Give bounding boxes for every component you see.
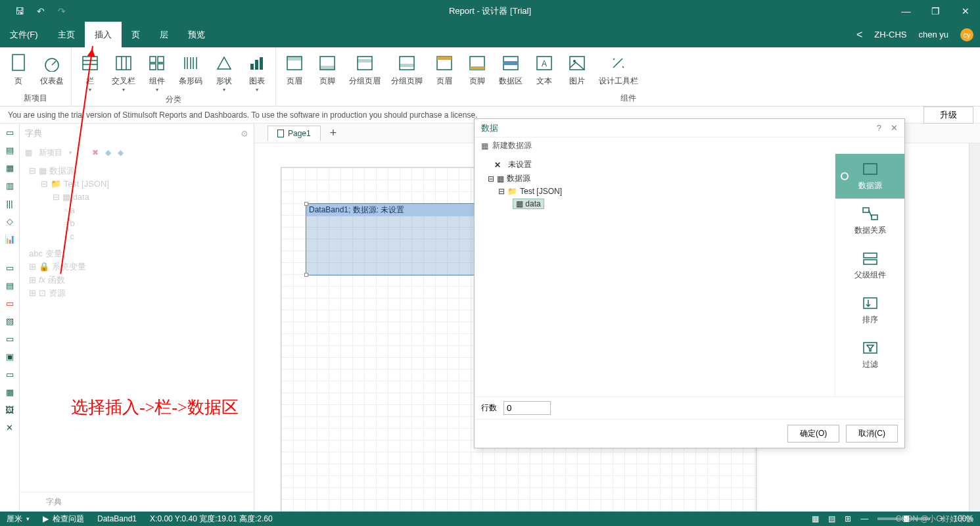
strip-icon[interactable]: ▦ (3, 386, 16, 398)
strip-icon[interactable]: ▭ (3, 126, 16, 138)
svg-text:A: A (542, 59, 547, 68)
data-band[interactable]: DataBand1; 数据源: 未设置 (306, 203, 493, 275)
menu-bar: 文件(F) 主页 插入 页 层 预览 < ZH-CHS chen yu cy (0, 22, 980, 47)
strip-icon[interactable]: 📊 (3, 233, 16, 245)
sidetab-parent[interactable]: 父级组件 (835, 243, 904, 288)
dict-down-icon[interactable]: ◆ (118, 148, 124, 157)
strip-icon[interactable]: ▭ (3, 297, 16, 309)
strip-icon[interactable]: ▦ (3, 162, 16, 174)
selected-data-node[interactable]: ▦ data (513, 199, 544, 209)
strip-icon[interactable]: ▥ (3, 179, 16, 191)
new-datasource-icon[interactable]: ▦ (481, 141, 488, 151)
ribbon-group-category: 栏▾ 交叉栏▾ 组件▾ 条形码 形状▾ 图表▾ 分类 (72, 47, 276, 106)
ribbon-crossband[interactable]: 交叉栏▾ (106, 49, 141, 93)
svg-rect-25 (320, 66, 335, 70)
window-title: Report - 设计器 [Trial] (449, 5, 531, 17)
close-button[interactable]: ✕ (950, 6, 980, 16)
sidetab-sort[interactable]: 排序 (835, 288, 904, 333)
strip-icon[interactable]: ◇ (3, 215, 16, 227)
unit-selector[interactable]: 厘米 ▾ (7, 514, 30, 525)
dict-tree[interactable]: ⊟ ▦ 数据源 ⊟ 📁 Test [JSON] ⊟ ▦ data ▫ a ▫ b… (20, 162, 254, 492)
dict-delete-icon[interactable]: ✖ (92, 148, 99, 157)
svg-rect-26 (358, 57, 372, 70)
strip-icon[interactable]: ▭ (3, 333, 16, 345)
avatar[interactable]: cy (960, 28, 973, 41)
strip-icon[interactable]: ▭ (3, 262, 16, 274)
dict-up-icon[interactable]: ◆ (105, 148, 111, 157)
component-icon (147, 53, 167, 73)
svg-rect-44 (864, 253, 877, 258)
ribbon-image[interactable]: 图片 (561, 49, 594, 91)
dict-new-item[interactable]: 新项目 (39, 147, 62, 158)
menu-insert[interactable]: 插入 (85, 22, 122, 47)
ribbon-pageheader[interactable]: 页眉 (278, 49, 311, 91)
sidetab-relation[interactable]: 数据关系 (835, 199, 904, 243)
sidetab-datasource[interactable]: 数据源 (835, 154, 904, 199)
status-icon[interactable]: ⊞ (845, 514, 851, 523)
strip-icon[interactable]: ▧ (3, 315, 16, 327)
svg-rect-28 (400, 57, 414, 70)
ribbon-databand[interactable]: 数据区 (494, 49, 528, 91)
strip-icon[interactable]: 🖼 (3, 404, 16, 416)
svg-marker-18 (218, 57, 231, 69)
dialog-help-icon[interactable]: ? (877, 123, 881, 133)
rows-label: 行数 (481, 402, 497, 414)
new-datasource-button[interactable]: 新建数据源 (492, 140, 532, 151)
dict-add-icon[interactable]: ▦ (25, 148, 32, 157)
share-icon[interactable]: < (856, 29, 862, 41)
ribbon-page[interactable]: 页 (2, 49, 35, 91)
redo-icon[interactable]: ↷ (55, 6, 68, 16)
title-bar: 🖫 ↶ ↷ Report - 设计器 [Trial] — ❐ ✕ (0, 0, 980, 22)
pagefooter-icon (317, 53, 337, 73)
strip-icon[interactable]: ▤ (3, 279, 16, 291)
save-icon[interactable]: 🖫 (13, 6, 26, 16)
svg-line-2 (52, 61, 56, 65)
minimize-button[interactable]: — (891, 6, 921, 16)
page-tab[interactable]: Page1 (268, 126, 321, 141)
menu-preview[interactable]: 预览 (178, 22, 215, 47)
language-selector[interactable]: ZH-CHS (874, 30, 906, 39)
ribbon-chart[interactable]: 图表▾ (241, 49, 273, 93)
upgrade-button[interactable]: 升级 (923, 107, 973, 124)
annotation-text: 选择插入->栏->数据区 (71, 396, 239, 419)
cancel-button[interactable]: 取消(C) (846, 425, 898, 442)
strip-icon[interactable]: ▭ (3, 368, 16, 380)
ribbon-colfooter[interactable]: 页脚 (461, 49, 494, 91)
ribbon-dashboard[interactable]: 仪表盘 (35, 49, 69, 91)
dict-bottom-tab[interactable]: 字典 (20, 492, 254, 512)
ribbon-barcode[interactable]: 条形码 (174, 49, 208, 93)
strip-icon[interactable]: ✕ (3, 421, 16, 433)
maximize-button[interactable]: ❐ (921, 6, 950, 16)
menu-page[interactable]: 页 (122, 22, 150, 47)
ribbon-groupheader[interactable]: 分组页眉 (344, 49, 386, 91)
ribbon-text[interactable]: A文本 (528, 49, 561, 91)
status-icon[interactable]: ▤ (828, 514, 835, 523)
ribbon-designtools[interactable]: 设计工具栏 (594, 49, 643, 91)
ok-button[interactable]: 确定(O) (787, 425, 839, 442)
strip-icon[interactable]: ||| (3, 197, 16, 209)
svg-rect-46 (864, 298, 877, 308)
add-page-button[interactable]: + (325, 126, 342, 140)
gear-icon[interactable]: ⚙ (241, 129, 248, 139)
rows-input[interactable] (503, 401, 551, 415)
undo-icon[interactable]: ↶ (34, 6, 47, 16)
menu-file[interactable]: 文件(F) (0, 22, 48, 47)
menu-layer[interactable]: 层 (150, 22, 178, 47)
ribbon-shape[interactable]: 形状▾ (208, 49, 241, 93)
ribbon-colheader[interactable]: 页眉 (428, 49, 461, 91)
strip-icon[interactable]: ▤ (3, 144, 16, 156)
check-issues[interactable]: ▶ 检查问题 (43, 514, 84, 525)
strip-icon[interactable]: ▣ (3, 350, 16, 362)
dialog-tree[interactable]: ✕ 未设置 ⊟ ▦ 数据源 ⊟ 📁 Test [JSON] ▦ data (475, 154, 835, 396)
zoom-out-button[interactable]: — (860, 514, 868, 523)
dashboard-icon (42, 53, 62, 73)
sidetab-filter[interactable]: 过滤 (835, 333, 904, 377)
ribbon-component[interactable]: 组件▾ (141, 49, 174, 93)
dialog-close-icon[interactable]: ✕ (891, 123, 898, 133)
svg-rect-12 (158, 64, 164, 70)
ribbon-pagefooter[interactable]: 页脚 (311, 49, 344, 91)
status-icon[interactable]: ▦ (812, 514, 819, 523)
menu-home[interactable]: 主页 (48, 22, 85, 47)
ribbon-groupfooter[interactable]: 分组页脚 (386, 49, 428, 91)
chart-icon (247, 53, 267, 73)
